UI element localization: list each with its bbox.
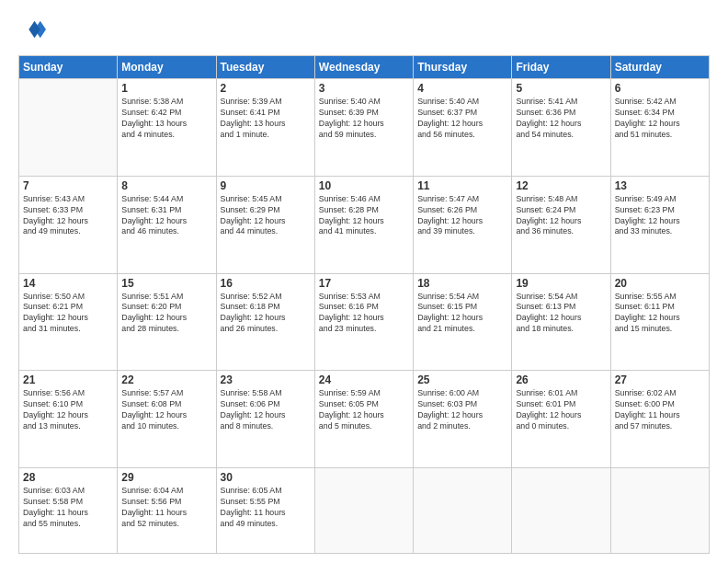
day-of-week-header: Saturday bbox=[610, 56, 709, 79]
info-value: 6:36 PM bbox=[546, 108, 576, 117]
cell-info: Sunrise: 5:40 AMSunset: 6:39 PMDaylight:… bbox=[319, 97, 409, 141]
info-label: Daylight: bbox=[516, 410, 550, 419]
info-label: Daylight: bbox=[121, 410, 155, 419]
info-value: 5:40 AM bbox=[449, 97, 479, 106]
day-number: 4 bbox=[417, 82, 507, 95]
info-value: 6:05 AM bbox=[252, 486, 281, 495]
info-label: Daylight: bbox=[121, 313, 155, 322]
info-value: 6:06 PM bbox=[250, 399, 280, 408]
info-label: Sunrise: bbox=[615, 97, 647, 106]
info-value: 12 hours bbox=[550, 216, 581, 225]
info-value: 12 hours bbox=[451, 410, 483, 419]
calendar-cell: 28Sunrise: 6:03 AMSunset: 5:58 PMDayligh… bbox=[19, 468, 118, 554]
calendar-header-row: SundayMondayTuesdayWednesdayThursdayFrid… bbox=[19, 56, 710, 79]
info-label: Sunrise: bbox=[516, 194, 548, 203]
info-continuation: and 56 minutes. bbox=[417, 130, 507, 141]
cell-info: Sunrise: 5:56 AMSunset: 6:10 PMDaylight:… bbox=[23, 388, 113, 432]
info-label: Sunrise: bbox=[221, 97, 253, 106]
info-value: 12 hours bbox=[57, 216, 88, 225]
day-number: 6 bbox=[615, 82, 705, 95]
day-number: 25 bbox=[417, 373, 507, 386]
info-value: 6:01 PM bbox=[546, 399, 576, 408]
cell-info: Sunrise: 5:48 AMSunset: 6:24 PMDaylight:… bbox=[516, 194, 606, 238]
day-number: 19 bbox=[516, 277, 606, 290]
calendar-cell bbox=[610, 468, 709, 554]
info-label: Daylight: bbox=[417, 119, 451, 128]
info-value: 5:55 PM bbox=[250, 497, 280, 506]
day-number: 8 bbox=[121, 179, 211, 192]
info-label: Sunrise: bbox=[221, 486, 253, 495]
calendar-cell: 12Sunrise: 5:48 AMSunset: 6:24 PMDayligh… bbox=[512, 176, 610, 273]
info-value: 12 hours bbox=[648, 216, 679, 225]
info-label: Sunrise: bbox=[121, 292, 154, 301]
info-label: Sunset: bbox=[417, 399, 447, 408]
calendar-cell: 23Sunrise: 5:58 AMSunset: 6:06 PMDayligh… bbox=[216, 371, 314, 468]
day-number: 27 bbox=[615, 373, 705, 386]
info-label: Sunrise: bbox=[417, 97, 449, 106]
day-number: 21 bbox=[23, 373, 113, 386]
info-value: 5:53 AM bbox=[351, 292, 381, 301]
info-value: 6:28 PM bbox=[348, 205, 379, 214]
info-label: Daylight: bbox=[23, 216, 57, 225]
day-number: 13 bbox=[615, 179, 705, 192]
info-label: Sunset: bbox=[615, 205, 644, 214]
info-value: 5:56 AM bbox=[55, 388, 85, 397]
info-value: 11 hours bbox=[254, 508, 285, 517]
info-value: 6:20 PM bbox=[152, 302, 182, 311]
info-continuation: and 2 minutes. bbox=[417, 421, 507, 432]
info-value: 5:40 AM bbox=[351, 97, 381, 106]
day-of-week-header: Thursday bbox=[414, 56, 512, 79]
info-continuation: and 36 minutes. bbox=[516, 226, 606, 237]
info-label: Daylight: bbox=[121, 119, 155, 128]
info-value: 5:55 AM bbox=[646, 292, 676, 301]
calendar-cell: 29Sunrise: 6:04 AMSunset: 5:56 PMDayligh… bbox=[118, 468, 216, 554]
calendar-cell: 1Sunrise: 5:38 AMSunset: 6:42 PMDaylight… bbox=[118, 79, 216, 177]
info-label: Daylight: bbox=[615, 410, 649, 419]
info-continuation: and 1 minute. bbox=[221, 130, 311, 141]
info-value: 6:21 PM bbox=[52, 302, 83, 311]
info-label: Daylight: bbox=[221, 410, 255, 419]
info-value: 5:54 AM bbox=[548, 292, 577, 301]
calendar: SundayMondayTuesdayWednesdayThursdayFrid… bbox=[18, 55, 710, 554]
info-label: Sunset: bbox=[615, 399, 644, 408]
info-value: 5:39 AM bbox=[252, 97, 281, 106]
calendar-cell bbox=[512, 468, 610, 554]
info-value: 5:52 AM bbox=[252, 292, 281, 301]
info-value: 5:38 AM bbox=[154, 97, 183, 106]
info-label: Sunrise: bbox=[319, 194, 351, 203]
info-value: 12 hours bbox=[353, 313, 384, 322]
info-value: 6:18 PM bbox=[250, 302, 280, 311]
info-value: 6:00 PM bbox=[644, 399, 675, 408]
info-value: 12 hours bbox=[550, 313, 581, 322]
info-value: 12 hours bbox=[57, 410, 88, 419]
calendar-cell: 18Sunrise: 5:54 AMSunset: 6:15 PMDayligh… bbox=[414, 273, 512, 371]
cell-info: Sunrise: 5:45 AMSunset: 6:29 PMDaylight:… bbox=[221, 194, 311, 238]
info-value: 5:41 AM bbox=[548, 97, 577, 106]
cell-info: Sunrise: 5:44 AMSunset: 6:31 PMDaylight:… bbox=[121, 194, 211, 238]
info-value: 5:47 AM bbox=[449, 194, 479, 203]
day-number: 10 bbox=[319, 179, 409, 192]
calendar-week-row: 7Sunrise: 5:43 AMSunset: 6:33 PMDaylight… bbox=[19, 176, 710, 273]
info-value: 6:29 PM bbox=[250, 205, 280, 214]
cell-info: Sunrise: 6:00 AMSunset: 6:03 PMDaylight:… bbox=[417, 388, 507, 432]
info-label: Daylight: bbox=[221, 313, 255, 322]
info-label: Sunrise: bbox=[516, 97, 548, 106]
info-label: Daylight: bbox=[417, 410, 451, 419]
info-continuation: and 13 minutes. bbox=[23, 421, 113, 432]
cell-info: Sunrise: 5:40 AMSunset: 6:37 PMDaylight:… bbox=[417, 97, 507, 141]
info-label: Sunset: bbox=[121, 497, 151, 506]
calendar-cell: 19Sunrise: 5:54 AMSunset: 6:13 PMDayligh… bbox=[512, 273, 610, 371]
info-value: 6:39 PM bbox=[348, 108, 379, 117]
info-value: 5:50 AM bbox=[55, 292, 85, 301]
cell-info: Sunrise: 6:01 AMSunset: 6:01 PMDaylight:… bbox=[516, 388, 606, 432]
info-label: Sunset: bbox=[516, 205, 545, 214]
cell-info: Sunrise: 5:57 AMSunset: 6:08 PMDaylight:… bbox=[121, 388, 211, 432]
info-value: 5:42 AM bbox=[646, 97, 676, 106]
info-label: Daylight: bbox=[23, 508, 57, 517]
day-number: 28 bbox=[23, 471, 113, 484]
info-continuation: and 15 minutes. bbox=[615, 324, 705, 335]
header bbox=[18, 17, 710, 46]
day-number: 15 bbox=[121, 277, 211, 290]
day-number: 24 bbox=[319, 373, 409, 386]
cell-info: Sunrise: 5:50 AMSunset: 6:21 PMDaylight:… bbox=[23, 292, 113, 336]
